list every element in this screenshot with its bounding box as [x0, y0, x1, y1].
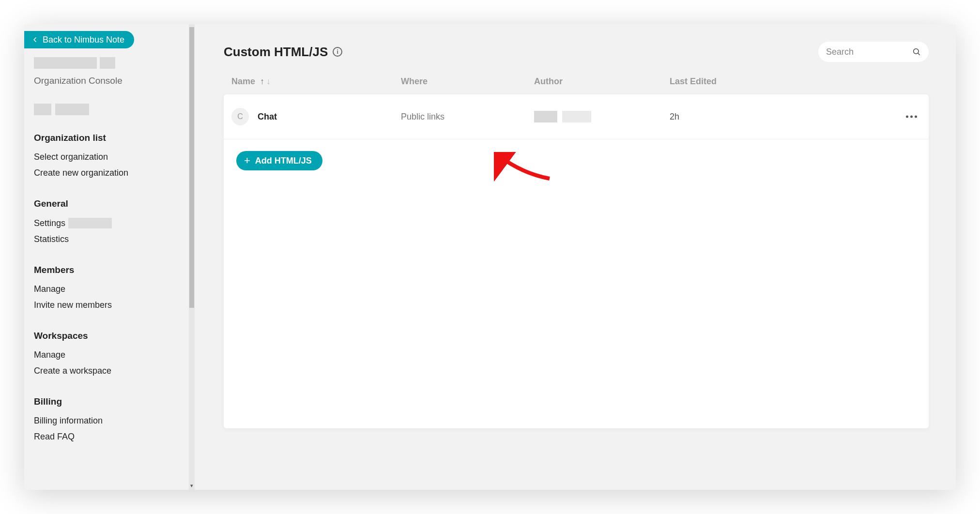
sidebar-heading-billing: Billing — [34, 396, 195, 407]
app-shell: Back to Nimbus Note Organization Console… — [24, 24, 956, 490]
settings-redacted — [68, 218, 112, 228]
scrollbar-thumb[interactable] — [189, 27, 194, 308]
sidebar-heading-general: General — [34, 198, 195, 209]
svg-line-1 — [918, 53, 920, 55]
sidebar-section-members: Members Manage Invite new members — [24, 265, 195, 313]
page-title-wrap: Custom HTML/JS i — [224, 45, 342, 60]
sidebar-item-members-manage[interactable]: Manage — [34, 281, 195, 297]
sidebar-heading-workspaces: Workspaces — [34, 331, 195, 341]
page-title: Custom HTML/JS — [224, 45, 328, 60]
content-panel: C Chat Public links 2h + Add HTML/JS — [224, 94, 929, 428]
table-header: Name ↑ ↓ Where Author Last Edited — [224, 62, 929, 94]
search-icon — [912, 47, 921, 56]
sidebar-item-select-organization[interactable]: Select organization — [34, 149, 195, 165]
search-input[interactable] — [826, 47, 903, 57]
sidebar-heading-organization: Organization list — [34, 133, 195, 143]
row-name: Chat — [258, 112, 277, 122]
console-label: Organization Console — [34, 76, 185, 86]
sidebar-heading-members: Members — [34, 265, 195, 275]
org-name-redacted — [34, 54, 185, 71]
svg-point-0 — [914, 49, 919, 54]
column-author[interactable]: Author — [534, 76, 670, 87]
column-last-edited[interactable]: Last Edited — [670, 76, 921, 87]
back-label: Back to Nimbus Note — [43, 35, 124, 45]
search-box[interactable] — [818, 42, 929, 62]
row-where: Public links — [401, 112, 534, 122]
sidebar: Back to Nimbus Note Organization Console… — [24, 24, 195, 490]
sidebar-item-billing-info[interactable]: Billing information — [34, 413, 195, 429]
sidebar-scrollbar[interactable]: ▾ — [189, 24, 195, 490]
table-row[interactable]: C Chat Public links 2h — [224, 94, 929, 139]
sidebar-section-billing: Billing Billing information Read FAQ — [24, 396, 195, 445]
column-where[interactable]: Where — [401, 76, 534, 87]
main-content: Custom HTML/JS i Name ↑ ↓ Where Author L… — [195, 24, 956, 490]
sidebar-item-read-faq[interactable]: Read FAQ — [34, 429, 195, 445]
sidebar-item-settings[interactable]: Settings — [34, 215, 195, 231]
row-avatar: C — [231, 108, 249, 125]
chevron-down-icon[interactable]: ▾ — [189, 483, 195, 489]
sidebar-section-workspaces: Workspaces Manage Create a workspace — [24, 331, 195, 379]
sort-down-icon: ↓ — [266, 76, 271, 87]
sort-up-icon: ↑ — [260, 76, 264, 87]
sidebar-item-workspaces-manage[interactable]: Manage — [34, 347, 195, 363]
sidebar-item-create-workspace[interactable]: Create a workspace — [34, 363, 195, 379]
sidebar-item-statistics[interactable]: Statistics — [34, 231, 195, 247]
back-to-nimbus-button[interactable]: Back to Nimbus Note — [24, 31, 134, 48]
row-last-edited: 2h — [670, 112, 921, 122]
add-html-js-button[interactable]: + Add HTML/JS — [236, 151, 322, 170]
sidebar-section-organization: Organization list Select organization Cr… — [24, 133, 195, 181]
more-options-icon[interactable] — [906, 116, 917, 118]
plus-icon: + — [244, 155, 250, 166]
add-button-label: Add HTML/JS — [255, 156, 312, 166]
sidebar-item-invite-members[interactable]: Invite new members — [34, 297, 195, 313]
workspace-name-redacted — [34, 104, 185, 115]
sidebar-item-create-organization[interactable]: Create new organization — [34, 165, 195, 181]
column-name-label: Name — [231, 76, 255, 87]
topbar: Custom HTML/JS i — [224, 42, 929, 62]
row-author-redacted — [534, 111, 670, 122]
arrow-left-icon — [31, 36, 39, 44]
sidebar-header: Organization Console — [24, 48, 195, 115]
column-name[interactable]: Name ↑ ↓ — [231, 76, 401, 87]
sort-arrows-icon[interactable]: ↑ ↓ — [260, 76, 271, 87]
sidebar-section-general: General Settings Statistics — [24, 198, 195, 247]
info-icon[interactable]: i — [333, 47, 342, 57]
settings-label: Settings — [34, 218, 65, 228]
